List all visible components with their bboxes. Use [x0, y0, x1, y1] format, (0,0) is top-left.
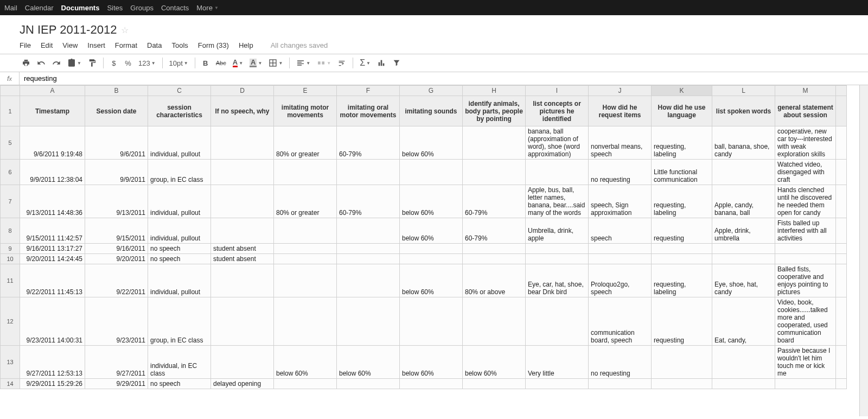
cell[interactable] [211, 218, 274, 244]
cell[interactable]: individual, pullout [148, 218, 211, 244]
redo-button[interactable] [50, 56, 63, 69]
cell[interactable]: group, in EC class [148, 297, 211, 346]
cell[interactable] [211, 185, 274, 218]
nav-groups[interactable]: Groups [130, 4, 154, 12]
cell[interactable]: individual, pullout [148, 264, 211, 297]
strikethrough-button[interactable]: Abc [214, 56, 228, 69]
cell[interactable]: below 60% [274, 346, 337, 379]
cell[interactable]: individual, in EC class [148, 346, 211, 379]
cell[interactable] [836, 346, 847, 379]
cell[interactable]: 9/13/2011 14:48:36 [20, 185, 85, 218]
cell[interactable]: 60-79% [337, 126, 400, 160]
cell[interactable] [337, 297, 400, 346]
fill-color-button[interactable]: A▼ [247, 56, 264, 69]
currency-button[interactable]: $ [108, 56, 120, 69]
cell[interactable] [400, 254, 463, 264]
cell[interactable] [526, 160, 589, 185]
cell[interactable]: requesting [652, 297, 712, 346]
cell[interactable] [712, 160, 775, 185]
cell[interactable]: speech, Sign approximation [589, 185, 652, 218]
cell[interactable] [836, 126, 847, 160]
cell[interactable]: below 60% [337, 346, 400, 379]
column-title[interactable]: If no speech, why [211, 96, 274, 126]
column-header[interactable]: D [211, 86, 274, 96]
cell[interactable]: 9/23/2011 [85, 297, 148, 346]
cell[interactable] [712, 346, 775, 379]
undo-button[interactable] [35, 56, 48, 69]
row-header[interactable]: 7 [1, 185, 20, 218]
cell[interactable]: 9/15/2011 [85, 218, 148, 244]
cell[interactable] [526, 244, 589, 254]
column-title[interactable]: identify animals, body parts, people by … [463, 96, 526, 126]
row-header[interactable]: 10 [1, 254, 20, 264]
cell[interactable]: Eat, candy, [712, 297, 775, 346]
cell[interactable] [836, 185, 847, 218]
cell[interactable] [652, 244, 712, 254]
cell[interactable] [775, 244, 836, 254]
borders-button[interactable]: ▼ [266, 56, 285, 69]
column-header[interactable]: K [652, 86, 712, 96]
column-header[interactable]: G [400, 86, 463, 96]
row-header[interactable]: 8 [1, 218, 20, 244]
cell[interactable]: Apple, bus, ball, letter names, banana, … [526, 185, 589, 218]
print-button[interactable] [20, 56, 33, 69]
cell[interactable]: group, in EC class [148, 160, 211, 185]
row-header[interactable]: 13 [1, 346, 20, 379]
cell[interactable]: individual, pullout [148, 126, 211, 160]
column-header[interactable]: H [463, 86, 526, 96]
cell[interactable]: requesting [652, 218, 712, 244]
cell[interactable]: below 60% [400, 264, 463, 297]
cell[interactable] [775, 254, 836, 264]
column-title[interactable]: imitating motor movements [274, 96, 337, 126]
row-header[interactable]: 11 [1, 264, 20, 297]
column-title[interactable]: How did he request items [589, 96, 652, 126]
cell[interactable]: no speech [148, 379, 211, 389]
cell[interactable]: Apple, candy, banana, ball [712, 185, 775, 218]
menu-data[interactable]: Data [147, 41, 162, 49]
column-title[interactable]: general statement about session [775, 96, 836, 126]
cell[interactable]: no speech [148, 254, 211, 264]
cell[interactable]: Hands clenched until he discovered he ne… [775, 185, 836, 218]
cell[interactable]: below 60% [400, 218, 463, 244]
cell[interactable]: 9/9/2011 12:38:04 [20, 160, 85, 185]
spreadsheet-grid[interactable]: ABCDEFGHIJKLM 1TimestampSession datesess… [0, 85, 868, 416]
cell[interactable]: Watched video, disengaged with craft [775, 160, 836, 185]
cell[interactable] [589, 379, 652, 389]
row-header[interactable]: 6 [1, 160, 20, 185]
cell[interactable] [337, 160, 400, 185]
cell[interactable] [337, 244, 400, 254]
column-title[interactable]: How did he use language [652, 96, 712, 126]
cell[interactable]: below 60% [463, 346, 526, 379]
cell[interactable] [463, 126, 526, 160]
cell[interactable]: cooperative, new car toy---interested wi… [775, 126, 836, 160]
cell[interactable] [836, 254, 847, 264]
column-title[interactable]: list spoken words [712, 96, 775, 126]
wrap-text-button[interactable] [335, 56, 348, 69]
cell[interactable]: nonverbal means, speech [589, 126, 652, 160]
nav-more[interactable]: More▼ [196, 4, 219, 12]
cell[interactable] [337, 218, 400, 244]
column-header[interactable] [836, 86, 847, 96]
cell[interactable] [652, 379, 712, 389]
column-title[interactable]: list concepts or pictures he identified [526, 96, 589, 126]
cell[interactable]: below 60% [400, 185, 463, 218]
column-header[interactable]: A [20, 86, 85, 96]
cell[interactable]: Apple, drink, umbrella [712, 218, 775, 244]
cell[interactable]: speech [589, 218, 652, 244]
cell[interactable] [463, 297, 526, 346]
column-header[interactable]: I [526, 86, 589, 96]
cell[interactable] [400, 244, 463, 254]
cell[interactable] [337, 254, 400, 264]
column-header[interactable]: E [274, 86, 337, 96]
cell[interactable]: Proloquo2go, speech [589, 264, 652, 297]
select-all-corner[interactable] [1, 86, 20, 96]
cell[interactable]: 60-79% [337, 185, 400, 218]
cell[interactable] [526, 379, 589, 389]
vertical-scrollbar[interactable] [859, 85, 868, 416]
cell[interactable]: Umbrella, drink, apple [526, 218, 589, 244]
cell[interactable]: ball, banana, shoe, candy [712, 126, 775, 160]
filter-button[interactable] [390, 56, 403, 69]
cell[interactable] [274, 218, 337, 244]
star-icon[interactable]: ☆ [121, 25, 129, 35]
column-header[interactable]: F [337, 86, 400, 96]
